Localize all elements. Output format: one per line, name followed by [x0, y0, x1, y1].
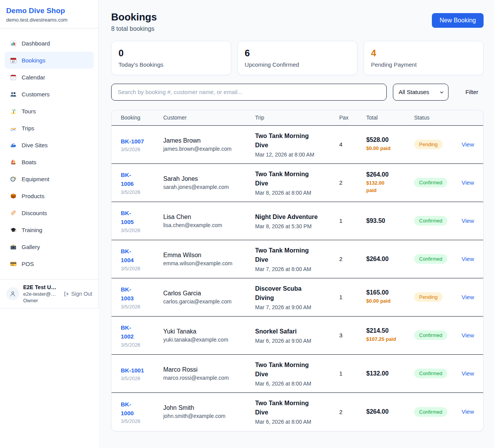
page-header: Bookings 8 total bookings New Booking: [111, 12, 484, 32]
table-row: BK- 1006 3/5/2026 Sarah Jones sarah.jone…: [112, 164, 483, 202]
pax-count: 1: [339, 217, 366, 224]
booking-number-link[interactable]: BK- 1004: [121, 247, 134, 265]
stat-value: 0: [118, 48, 224, 59]
column-header-pax: Pax: [339, 115, 366, 121]
sidebar-item-calendar[interactable]: Calendar: [5, 69, 94, 86]
table-row: BK- 1005 3/5/2026 Lisa Chen lisa.chen@ex…: [112, 202, 483, 240]
customer-name: Carlos Garcia: [163, 290, 255, 297]
booking-number-link[interactable]: BK- 1002: [121, 323, 134, 341]
training-icon: [10, 227, 17, 233]
user-name: E2E Test U…: [23, 284, 59, 290]
stat-label: Upcoming Confirmed: [245, 61, 350, 68]
sidebar-item-boats[interactable]: Boats: [5, 153, 94, 170]
sidebar-item-discounts[interactable]: Discounts: [5, 204, 94, 221]
booking-number-link[interactable]: BK- 1005: [121, 209, 134, 227]
view-link[interactable]: View: [462, 256, 474, 262]
sidebar-item-customers[interactable]: Customers: [5, 86, 94, 103]
view-link[interactable]: View: [462, 294, 474, 300]
customer-email: emma.wilson@example.com: [163, 260, 255, 266]
stat-value: 4: [371, 48, 476, 59]
customer-name: Marco Rossi: [163, 366, 255, 373]
user-info: E2E Test U… e2e-tester@… Owner: [23, 284, 59, 303]
pax-count: 1: [339, 294, 366, 300]
sidebar-item-bookings[interactable]: 17Bookings: [5, 52, 94, 69]
column-header-status: Status: [414, 115, 462, 121]
sidebar-item-label: Gallery: [22, 244, 40, 250]
pax-count: 2: [339, 179, 366, 186]
sidebar-item-label: Boats: [22, 159, 36, 165]
sidebar-item-dashboard[interactable]: Dashboard: [5, 35, 94, 52]
sidebar-item-label: Tours: [22, 108, 36, 115]
new-booking-button[interactable]: New Booking: [432, 13, 484, 28]
calendar-icon: [10, 74, 17, 81]
sidebar-item-label: Equipment: [22, 176, 49, 182]
sidebar-item-label: POS: [22, 261, 34, 267]
shop-header: Demo Dive Shop demo.test.divestreams.com: [0, 0, 98, 29]
sidebar-item-dive-sites[interactable]: Dive Sites: [5, 136, 94, 153]
paid-amount: $132.00 paid: [366, 180, 414, 194]
booking-number-link[interactable]: BK- 1006: [121, 170, 134, 189]
sidebar-item-label: Calendar: [22, 74, 45, 81]
total-amount: $132.00: [366, 370, 414, 377]
sign-out-label: Sign Out: [71, 291, 92, 297]
total-amount: $528.00: [366, 136, 414, 143]
stats-row: 0 Today's Bookings 6 Upcoming Confirmed …: [111, 41, 484, 75]
user-email: e2e-tester@…: [23, 291, 59, 297]
boats-icon: [10, 159, 17, 165]
stat-card-upcoming-confirmed: 6 Upcoming Confirmed: [237, 41, 357, 75]
svg-text:17: 17: [12, 60, 15, 62]
view-link[interactable]: View: [462, 141, 474, 148]
view-link[interactable]: View: [462, 408, 474, 415]
search-input[interactable]: [111, 84, 387, 101]
booking-date: 3/5/2026: [121, 227, 163, 233]
view-link[interactable]: View: [462, 179, 474, 186]
trip-datetime: Mar 7, 2026 at 9:00 AM: [255, 304, 330, 310]
customer-name: Sarah Jones: [163, 175, 255, 182]
booking-number-link[interactable]: BK-1001: [121, 366, 144, 375]
customer-email: yuki.tanaka@example.com: [163, 337, 255, 343]
view-link[interactable]: View: [462, 370, 474, 377]
status-badge: Confirmed: [414, 330, 447, 340]
pax-count: 3: [339, 332, 366, 339]
trip-datetime: Mar 6, 2026 at 8:00 AM: [255, 381, 330, 387]
customer-name: Yuki Tanaka: [163, 328, 255, 335]
sidebar-item-label: Dive Sites: [22, 142, 48, 148]
stat-value: 6: [245, 48, 350, 59]
trips-icon: [10, 125, 17, 131]
total-amount: $165.00: [366, 289, 414, 296]
shop-name: Demo Dive Shop: [6, 7, 92, 15]
page-title: Bookings: [111, 12, 157, 23]
customer-email: sarah.jones@example.com: [163, 184, 255, 190]
total-bookings-count: 8 total bookings: [111, 25, 157, 32]
sidebar-item-pos[interactable]: POS: [5, 255, 94, 272]
sidebar-item-tours[interactable]: Tours: [5, 103, 94, 120]
status-badge: Pending: [414, 140, 443, 149]
status-filter-select[interactable]: All Statuses: [393, 84, 448, 101]
view-link[interactable]: View: [462, 332, 474, 339]
trip-name: Two Tank Morning Dive: [255, 170, 330, 188]
booking-date: 3/5/2026: [121, 376, 163, 381]
sidebar: Demo Dive Shop demo.test.divestreams.com…: [0, 0, 99, 448]
sign-out-button[interactable]: Sign Out: [63, 291, 92, 297]
sidebar-item-gallery[interactable]: Gallery: [5, 238, 94, 255]
filter-button[interactable]: Filter: [460, 86, 484, 98]
sidebar-item-training[interactable]: Training: [5, 221, 94, 238]
sidebar-item-products[interactable]: Products: [5, 187, 94, 204]
total-amount: $264.00: [366, 408, 414, 415]
sidebar-item-equipment[interactable]: Equipment: [5, 170, 94, 187]
booking-number-link[interactable]: BK-1007: [121, 137, 144, 146]
view-link[interactable]: View: [462, 217, 474, 224]
total-amount: $93.50: [366, 217, 414, 224]
customer-email: marco.rossi@example.com: [163, 375, 255, 381]
total-amount: $214.50: [366, 327, 414, 334]
sidebar-item-label: Dashboard: [22, 40, 50, 47]
booking-number-link[interactable]: BK- 1000: [121, 400, 134, 418]
trip-name: Two Tank Morning Dive: [255, 131, 330, 150]
customers-icon: [10, 91, 17, 98]
controls-row: All Statuses Filter: [111, 84, 484, 101]
status-badge: Pending: [414, 292, 443, 302]
booking-number-link[interactable]: BK- 1003: [121, 285, 134, 303]
sidebar-item-trips[interactable]: Trips: [5, 120, 94, 136]
tours-icon: [10, 108, 17, 115]
sidebar-nav: Dashboard17BookingsCalendarCustomersTour…: [0, 29, 98, 279]
